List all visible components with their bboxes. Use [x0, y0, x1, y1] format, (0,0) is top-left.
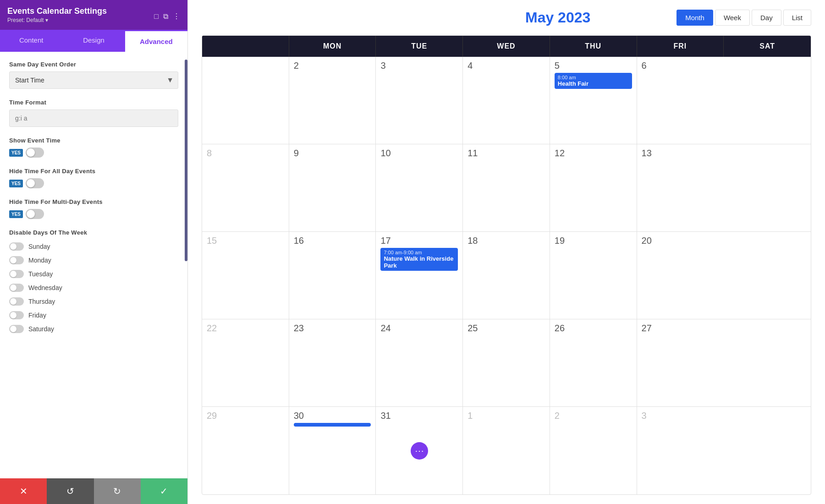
view-buttons: Month Week Day List [676, 10, 811, 26]
day-friday-toggle[interactable] [9, 311, 24, 319]
hide-time-multi-day-field: Hide Time For Multi-Day Events YES [9, 198, 178, 219]
day-num: 17 [380, 236, 458, 246]
day-num: 31 [380, 411, 458, 421]
day-num: 2 [294, 60, 371, 71]
cell-sun-w1 [202, 57, 289, 144]
show-event-time-toggle[interactable] [26, 148, 44, 158]
cell-wed-w4: 25 [463, 319, 550, 406]
day-num: 29 [207, 411, 284, 421]
disable-days-label: Disable Days Of The Week [9, 229, 178, 236]
day-num: 5 [555, 60, 632, 71]
hide-time-all-day-toggle[interactable] [26, 178, 44, 188]
tab-advanced[interactable]: Advanced [125, 30, 187, 52]
day-monday-label: Monday [28, 257, 51, 264]
window-minimize-icon[interactable]: □ [154, 12, 159, 21]
event-health-fair[interactable]: 8:00 am Health Fair [555, 73, 632, 89]
view-list-button[interactable]: List [783, 10, 811, 26]
week-1: 2 3 4 5 8:00 am Health Fair 6 [202, 57, 811, 144]
more-events-button[interactable]: ⋯ [411, 442, 428, 460]
day-saturday-toggle[interactable] [9, 325, 24, 333]
day-num: 12 [555, 148, 632, 159]
view-month-button[interactable]: Month [676, 10, 713, 26]
header-wed: WED [463, 36, 550, 57]
day-saturday-label: Saturday [28, 325, 54, 333]
cancel-button[interactable]: ✕ [0, 478, 47, 504]
cell-thu-w5: 2 [550, 407, 637, 494]
time-format-field: Time Format [9, 99, 178, 127]
show-event-time-knob [27, 148, 35, 157]
view-day-button[interactable]: Day [752, 10, 781, 26]
tab-design[interactable]: Design [62, 30, 125, 52]
show-event-time-label: Show Event Time [9, 137, 178, 144]
day-sunday-toggle[interactable] [9, 242, 24, 251]
day-saturday-item: Saturday [9, 322, 178, 336]
cell-thu-w2: 12 [550, 144, 637, 231]
day-num: 27 [642, 323, 720, 334]
week-5: 29 30 31 ⋯ 1 2 [202, 407, 811, 494]
event-nature-walk-name: Nature Walk in Riverside Park [384, 255, 455, 269]
calendar-days-header: MON TUE WED THU FRI SAT [202, 36, 811, 57]
undo-button[interactable]: ↺ [47, 478, 94, 504]
panel-preset[interactable]: Preset: Default ▾ [7, 16, 107, 26]
hide-time-multi-day-label: Hide Time For Multi-Day Events [9, 198, 178, 205]
day-num: 24 [380, 323, 458, 334]
day-monday-item: Monday [9, 253, 178, 267]
same-day-select[interactable]: Start Time Title [9, 71, 178, 89]
day-num: 3 [642, 411, 720, 421]
hide-time-multi-day-toggle[interactable] [26, 209, 44, 219]
event-health-fair-time: 8:00 am [558, 75, 629, 80]
day-tuesday-label: Tuesday [28, 270, 53, 278]
day-sunday-label: Sunday [28, 243, 50, 250]
day-thursday-label: Thursday [28, 298, 55, 305]
cell-mon-w1: 2 [289, 57, 376, 144]
calendar-body: 2 3 4 5 8:00 am Health Fair 6 [202, 57, 811, 494]
day-num: 15 [207, 236, 284, 246]
cell-sun-w5: 29 [202, 407, 289, 494]
cell-wed-w3: 18 [463, 232, 550, 319]
week-4: 22 23 24 25 26 27 [202, 319, 811, 407]
day-friday-label: Friday [28, 312, 46, 319]
panel-header: Events Calendar Settings Preset: Default… [0, 0, 187, 30]
day-num: 18 [468, 236, 545, 246]
cell-tue-w2: 10 [376, 144, 463, 231]
day-thursday-item: Thursday [9, 295, 178, 308]
header-sun [202, 36, 289, 57]
cell-sun-w4: 22 [202, 319, 289, 406]
show-event-time-field: Show Event Time YES [9, 137, 178, 158]
cell-thu-w4: 26 [550, 319, 637, 406]
day-num: 10 [380, 148, 458, 159]
hide-time-multi-day-toggle-wrapper: YES [9, 209, 178, 219]
panel-header-icons: □ ⧉ ⋮ [154, 12, 180, 21]
cell-sun-w3: 15 [202, 232, 289, 319]
day-thursday-toggle[interactable] [9, 297, 24, 306]
hide-time-all-day-label: Hide Time For All Day Events [9, 168, 178, 175]
cell-sun-w2: 8 [202, 144, 289, 231]
header-thu: THU [550, 36, 637, 57]
day-num: 2 [555, 411, 632, 421]
view-week-button[interactable]: Week [715, 10, 750, 26]
time-format-input[interactable] [9, 110, 178, 127]
event-may30[interactable] [294, 423, 371, 427]
disable-days-field: Disable Days Of The Week Sunday Monday T… [9, 229, 178, 336]
day-wednesday-toggle[interactable] [9, 284, 24, 292]
day-num: 20 [642, 236, 720, 246]
cell-fri-w4: 27 [637, 319, 724, 406]
redo-button[interactable]: ↻ [94, 478, 141, 504]
cell-fri-w5: 3 [637, 407, 724, 494]
calendar-grid: MON TUE WED THU FRI SAT 2 3 4 [202, 35, 811, 495]
save-button[interactable]: ✓ [141, 478, 187, 504]
window-columns-icon[interactable]: ⧉ [163, 12, 168, 21]
day-monday-toggle[interactable] [9, 256, 24, 264]
tab-content[interactable]: Content [0, 30, 62, 52]
day-tuesday-toggle[interactable] [9, 270, 24, 278]
hide-time-all-day-field: Hide Time For All Day Events YES [9, 168, 178, 188]
cell-tue-w4: 24 [376, 319, 463, 406]
event-nature-walk[interactable]: 7:00 am-9:00 am Nature Walk in Riverside… [380, 248, 458, 271]
right-panel: May 2023 Month Week Day List MON TUE WED… [188, 0, 825, 504]
calendar-title: May 2023 [439, 9, 676, 26]
header-sat: SAT [724, 36, 811, 57]
day-num: 23 [294, 323, 371, 334]
day-num: 9 [294, 148, 371, 159]
panel-title: Events Calendar Settings [7, 6, 107, 16]
more-options-icon[interactable]: ⋮ [173, 12, 180, 21]
